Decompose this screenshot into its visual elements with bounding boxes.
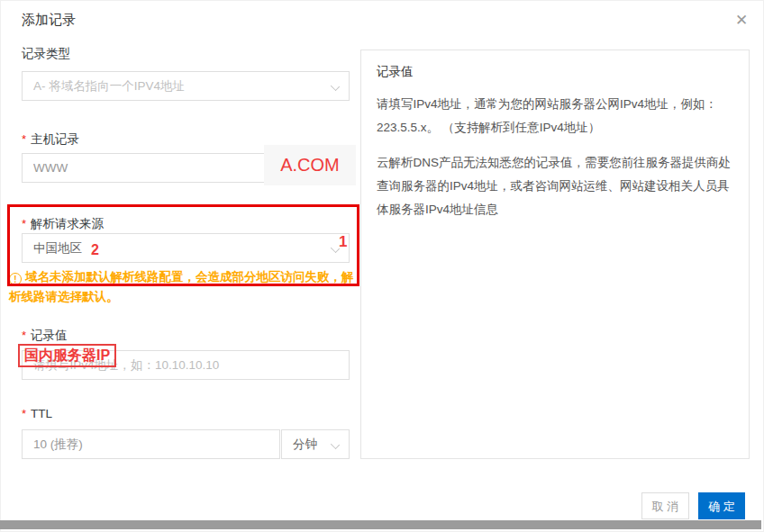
- ttl-field[interactable]: [22, 429, 280, 459]
- required-asterisk: *: [22, 132, 26, 146]
- warning-icon: !: [9, 273, 22, 285]
- annotation-marker-2: 2: [91, 242, 99, 258]
- add-record-dialog: 添加记录 ✕ 记录类型 A- 将域名指向一个IPV4地址 *主机记录 A.COM…: [0, 0, 764, 532]
- resolution-source-label: *解析请求来源: [22, 216, 104, 232]
- annotation-record-value-note: 国内服务器IP: [18, 344, 116, 367]
- dialog-title: 添加记录: [22, 12, 76, 29]
- close-icon[interactable]: ✕: [730, 9, 753, 32]
- record-value-label: *记录值: [22, 328, 68, 344]
- required-asterisk: *: [22, 217, 26, 230]
- record-type-value: A- 将域名指向一个IPV4地址: [33, 72, 322, 100]
- help-paragraph-2: 云解析DNS产品无法知悉您的记录值，需要您前往服务器提供商处查询服务器的IPv4…: [377, 151, 733, 221]
- chevron-down-icon: [332, 441, 339, 448]
- help-panel-title: 记录值: [377, 64, 733, 80]
- line-warning-message: !域名未添加默认解析线路配置，会造成部分地区访问失败，解析线路请选择默认。: [9, 267, 364, 307]
- required-asterisk: *: [22, 407, 26, 420]
- annotation-marker-1: 1: [339, 233, 347, 251]
- resolution-source-select[interactable]: 中国地区: [22, 233, 350, 263]
- resolution-source-value: 中国地区: [33, 234, 322, 262]
- ttl-unit-value: 分钟: [293, 430, 322, 458]
- help-paragraph-1: 请填写IPv4地址，通常为您的网站服务器公网IPv4地址，例如：223.5.5.…: [377, 93, 733, 140]
- warning-text: 域名未添加默认解析线路配置，会造成部分地区访问失败，解析线路请选择默认。: [9, 270, 354, 303]
- help-panel: 记录值 请填写IPv4地址，通常为您的网站服务器公网IPv4地址，例如：223.…: [360, 50, 750, 459]
- ttl-unit-select[interactable]: 分钟: [281, 429, 350, 459]
- chevron-down-icon: [332, 245, 339, 252]
- chevron-down-icon: [332, 83, 339, 90]
- record-type-label: 记录类型: [22, 46, 70, 62]
- confirm-button[interactable]: 确 定: [698, 492, 745, 519]
- ttl-label: *TTL: [22, 407, 52, 420]
- required-asterisk: *: [22, 329, 26, 342]
- annotation-host-note: A.COM: [264, 145, 356, 185]
- cancel-button[interactable]: 取 消: [641, 492, 689, 519]
- horizontal-scrollbar[interactable]: [0, 520, 761, 529]
- record-type-select[interactable]: A- 将域名指向一个IPV4地址: [22, 71, 350, 101]
- ttl-input[interactable]: [33, 431, 252, 459]
- host-record-label: *主机记录: [22, 131, 79, 148]
